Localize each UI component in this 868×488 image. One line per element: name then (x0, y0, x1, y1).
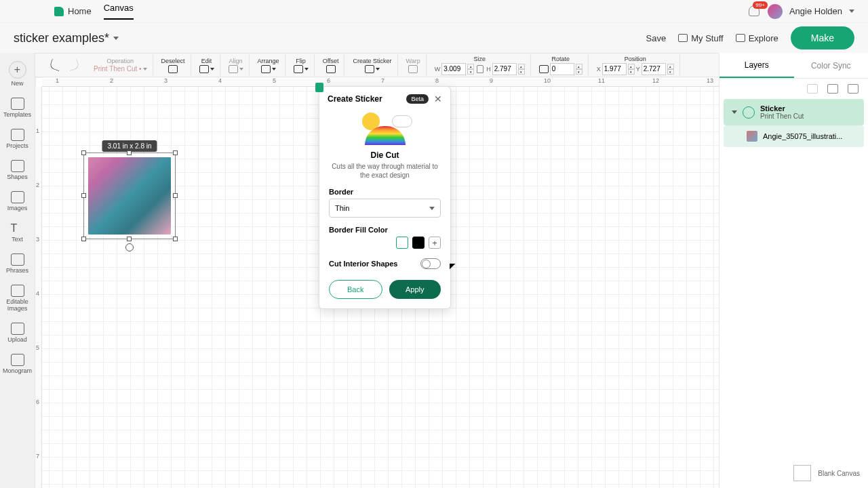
cut-interior-toggle[interactable] (420, 258, 441, 269)
explore-icon (736, 34, 745, 42)
create-sticker-popup: Create Sticker Beta ✕ Die Cut Cuts all t… (319, 86, 451, 309)
chevron-down-icon (429, 207, 435, 210)
x-spinner[interactable]: ▴▾ (628, 64, 635, 75)
offset-button[interactable] (326, 65, 336, 73)
avatar[interactable] (768, 4, 783, 19)
save-button[interactable]: Save (646, 33, 667, 43)
width-input[interactable] (441, 63, 466, 75)
mystuff-button[interactable]: My Stuff (678, 33, 723, 43)
edit-dropdown[interactable] (199, 65, 214, 73)
create-sticker-dropdown[interactable] (365, 65, 380, 73)
text-button[interactable]: TText (0, 217, 35, 248)
templates-icon (11, 98, 24, 110)
project-name[interactable]: sticker examples* (14, 31, 119, 45)
height-input[interactable] (492, 63, 517, 75)
selection-box (83, 152, 176, 239)
height-spinner[interactable]: ▴▾ (518, 64, 525, 75)
layer-child[interactable]: Angie_35075_illustrati... (724, 125, 864, 147)
chevron-down-icon (113, 37, 119, 40)
shapes-button[interactable]: Shapes (0, 155, 35, 186)
chevron-down-icon[interactable] (732, 110, 737, 114)
apply-button[interactable]: Apply (389, 280, 441, 299)
monogram-icon (11, 354, 24, 366)
images-button[interactable]: Images (0, 186, 35, 217)
group-icon[interactable] (807, 84, 818, 94)
notifications-button[interactable]: 99+ (749, 5, 761, 18)
projects-icon (11, 129, 24, 141)
layer-sticker[interactable]: Sticker Print Then Cut (724, 99, 864, 125)
editable-images-button[interactable]: Editable Images (0, 279, 35, 317)
rotate-icon (539, 65, 549, 73)
monogram-button[interactable]: Monogram (0, 348, 35, 380)
make-button[interactable]: Make (791, 26, 854, 49)
close-button[interactable]: ✕ (434, 94, 442, 104)
resize-handle[interactable] (127, 150, 132, 155)
phrases-button[interactable]: Phrases (0, 248, 35, 279)
flip-dropdown[interactable] (294, 65, 309, 73)
notif-badge: 99+ (753, 1, 768, 9)
ruler-vertical: 1234567 (35, 87, 42, 488)
canvas-tab[interactable]: Canvas (104, 3, 134, 20)
x-input[interactable] (602, 63, 627, 75)
resize-handle[interactable] (127, 237, 132, 241)
upload-button[interactable]: Upload (0, 317, 35, 348)
popup-title: Create Sticker (328, 94, 382, 104)
back-button[interactable]: Back (329, 280, 382, 299)
editable-icon (11, 285, 24, 297)
top-bar: Home Canvas 99+ Angie Holden (0, 0, 868, 23)
username: Angie Holden (789, 6, 842, 16)
child-thumb-icon (747, 131, 757, 142)
cursor-icon: ◤ (450, 262, 455, 270)
interior-label: Cut Interior Shapes (329, 260, 397, 268)
resize-handle[interactable] (81, 237, 86, 241)
home-label: Home (68, 6, 92, 16)
templates-button[interactable]: Templates (0, 92, 35, 123)
color-sync-tab[interactable]: Color Sync (794, 53, 869, 78)
resize-handle[interactable] (81, 193, 86, 198)
rotate-handle[interactable] (125, 243, 134, 251)
folder-icon (678, 34, 688, 42)
undo-button[interactable] (49, 59, 62, 72)
right-panel: Layers Color Sync Sticker Print Then Cut… (719, 53, 868, 488)
ruler-horizontal: 12345678910111213 (42, 77, 719, 87)
width-spinner[interactable]: ▴▾ (467, 64, 474, 75)
resize-handle[interactable] (173, 237, 178, 241)
delete-icon[interactable] (848, 84, 859, 94)
deselect-button[interactable] (168, 65, 178, 73)
lock-aspect-icon[interactable] (477, 65, 484, 73)
home-icon (54, 7, 64, 16)
projects-button[interactable]: Projects (0, 123, 35, 155)
beta-badge: Beta (406, 94, 429, 104)
sticker-preview (358, 111, 412, 145)
rotate-input[interactable] (550, 63, 574, 75)
layer-thumb-icon (743, 106, 755, 119)
resize-handle[interactable] (173, 150, 178, 155)
left-sidebar: +New Templates Projects Shapes Images TT… (0, 53, 35, 488)
duplicate-icon[interactable] (827, 84, 838, 94)
resize-handle[interactable] (173, 193, 178, 198)
layers-tab[interactable]: Layers (719, 53, 794, 78)
upload-icon (11, 323, 24, 335)
border-dropdown[interactable]: Thin (329, 199, 441, 218)
new-button[interactable]: +New (0, 56, 35, 92)
resize-handle[interactable] (81, 150, 86, 155)
operation-dropdown[interactable]: Print Then Cut • (94, 65, 147, 73)
blank-canvas-label: Blank Canvas (818, 470, 860, 477)
align-dropdown (229, 65, 243, 73)
home-tab[interactable]: Home (54, 6, 92, 16)
arrange-dropdown[interactable] (261, 65, 276, 73)
explore-button[interactable]: Explore (736, 33, 778, 43)
blank-canvas-thumb[interactable] (793, 465, 811, 481)
redo-button[interactable] (66, 59, 80, 72)
y-input[interactable] (642, 63, 666, 75)
color-swatch-white[interactable] (396, 237, 408, 249)
rotate-spinner[interactable]: ▴▾ (576, 64, 583, 75)
selected-object[interactable]: 3.01 in x 2.8 in (86, 155, 173, 237)
chevron-down-icon[interactable] (849, 9, 854, 13)
y-spinner[interactable]: ▴▾ (667, 64, 674, 75)
cut-type-title: Die Cut (329, 150, 441, 160)
color-swatch-black[interactable] (412, 237, 425, 249)
border-label: Border (329, 188, 441, 196)
add-color-button[interactable]: + (429, 237, 441, 249)
images-icon (11, 191, 24, 203)
